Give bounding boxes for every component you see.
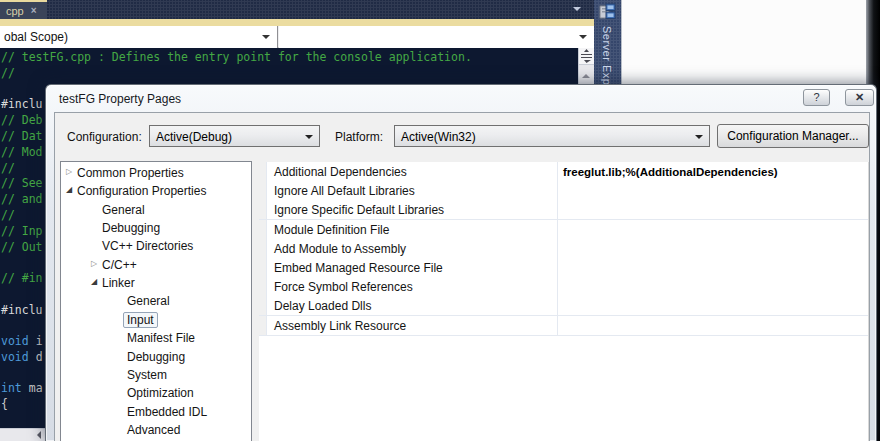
platform-dropdown-value: Active(Win32) <box>401 130 476 144</box>
property-row-additional-dependencies[interactable]: Additional Dependenciesfreeglut.lib;%(Ad… <box>259 162 868 182</box>
tree-item-label[interactable]: General <box>127 294 170 308</box>
tree-item-linker[interactable]: ◢Linker <box>61 274 251 292</box>
tree-item-label[interactable]: Common Properties <box>77 166 184 180</box>
tree-item-advanced[interactable]: Advanced <box>61 421 251 439</box>
collapse-arrow-icon[interactable]: ◢ <box>91 278 97 286</box>
tree-item-common-properties[interactable]: ▷Common Properties <box>61 164 251 182</box>
tree-item-vc-directories[interactable]: VC++ Directories <box>61 237 251 255</box>
property-row-ignore-specific-default-libraries[interactable]: Ignore Specific Default Libraries <box>259 200 868 220</box>
property-row-force-symbol-references[interactable]: Force Symbol References <box>259 277 868 297</box>
property-grid[interactable]: Additional Dependenciesfreeglut.lib;%(Ad… <box>259 162 869 441</box>
expand-arrow-icon[interactable]: ▷ <box>66 168 72 176</box>
code-token: #inclu <box>1 303 43 317</box>
configuration-dropdown-value: Active(Debug) <box>156 130 232 144</box>
property-row-add-module-to-assembly[interactable]: Add Module to Assembly <box>259 239 868 259</box>
row-margin-strip <box>259 200 267 219</box>
property-row-embed-managed-resource-file[interactable]: Embed Managed Resource File <box>259 258 868 278</box>
tree-item-label[interactable]: System <box>127 368 167 382</box>
tree-item-label[interactable]: Configuration Properties <box>77 184 206 198</box>
tree-item-c-c[interactable]: ▷C/C++ <box>61 256 251 274</box>
row-margin-strip <box>259 277 267 296</box>
tree-item-label[interactable]: Manifest File <box>127 331 195 345</box>
vs-window: cpp × obal Scope) // testFG.cpp : Define… <box>0 0 880 441</box>
tree-item-input[interactable]: Input <box>61 311 251 329</box>
tree-item-optimization[interactable]: Optimization <box>61 384 251 402</box>
property-label: Module Definition File <box>274 223 389 237</box>
close-button[interactable]: ✕ <box>845 89 874 106</box>
tree-item-general[interactable]: General <box>61 292 251 310</box>
property-value[interactable]: freeglut.lib;%(AdditionalDependencies) <box>563 166 778 178</box>
tree-item-debugging[interactable]: Debugging <box>61 348 251 366</box>
property-row-delay-loaded-dlls[interactable]: Delay Loaded Dlls <box>259 296 868 316</box>
code-token: // <box>1 161 15 175</box>
code-token: // testFG.cpp : Defines the entry point … <box>1 50 472 64</box>
property-row-assembly-link-resource[interactable]: Assembly Link Resource <box>259 316 868 336</box>
code-token: // #in <box>1 271 43 285</box>
code-token: d <box>36 350 43 364</box>
document-tab-bar: cpp × <box>0 0 594 19</box>
code-line: // Dat <box>1 129 43 143</box>
code-token: { <box>1 397 8 411</box>
tree-item-debugging[interactable]: Debugging <box>61 219 251 237</box>
editor-navigation-bar: obal Scope) <box>0 26 594 48</box>
tree-item-label[interactable]: Debugging <box>127 350 185 364</box>
chevron-down-icon <box>305 135 313 143</box>
chevron-down-icon <box>695 135 703 143</box>
code-token: ma <box>29 381 43 395</box>
tree-item-general[interactable]: General <box>61 201 251 219</box>
row-margin-strip <box>259 220 267 239</box>
tree-item-label[interactable]: Linker <box>102 276 135 290</box>
tree-item-system[interactable]: System <box>61 366 251 384</box>
collapse-arrow-icon[interactable]: ◢ <box>66 186 72 194</box>
scope-dropdown[interactable]: obal Scope) <box>0 26 278 48</box>
row-margin-strip <box>259 296 267 315</box>
editor-horizontal-scrollbar[interactable] <box>0 428 45 441</box>
splitter-handle-icon[interactable] <box>579 48 594 65</box>
property-row-ignore-all-default-libraries[interactable]: Ignore All Default Libraries <box>259 181 868 201</box>
code-token: // Mod <box>1 145 43 159</box>
code-line: { <box>1 397 8 411</box>
scope-dropdown-value: obal Scope) <box>4 30 68 44</box>
property-tree[interactable]: ▷Common Properties◢Configuration Propert… <box>60 161 252 441</box>
code-token: // Dat <box>1 129 43 143</box>
configuration-dropdown[interactable]: Active(Debug) <box>149 125 320 147</box>
tree-item-manifest-file[interactable]: Manifest File <box>61 329 251 347</box>
tree-item-label[interactable]: Debugging <box>102 221 160 235</box>
tree-item-embedded-idl[interactable]: Embedded IDL <box>61 403 251 421</box>
document-list-chevron-icon[interactable] <box>573 7 581 15</box>
tree-item-label[interactable]: Optimization <box>127 386 194 400</box>
platform-dropdown[interactable]: Active(Win32) <box>394 125 710 147</box>
tab-testfg-cpp[interactable]: cpp × <box>0 0 47 19</box>
property-row-module-definition-file[interactable]: Module Definition File <box>259 220 868 240</box>
tab-close-icon[interactable]: × <box>31 6 37 16</box>
tree-item-label[interactable]: C/C++ <box>102 258 137 272</box>
member-dropdown[interactable] <box>279 26 594 48</box>
help-button[interactable]: ? <box>803 89 830 106</box>
property-label: Embed Managed Resource File <box>274 261 443 275</box>
row-margin-strip <box>259 258 267 277</box>
property-label: Force Symbol References <box>274 280 413 294</box>
property-label: Additional Dependencies <box>274 165 407 179</box>
configuration-label: Configuration: <box>67 130 142 144</box>
tree-item-label[interactable]: Embedded IDL <box>127 405 207 419</box>
tree-item-configuration-properties[interactable]: ◢Configuration Properties <box>61 182 251 200</box>
tree-item-label[interactable]: Advanced <box>127 423 180 437</box>
configuration-manager-button[interactable]: Configuration Manager... <box>717 124 869 148</box>
property-label: Ignore All Default Libraries <box>274 184 415 198</box>
code-token: // <box>1 66 15 80</box>
code-token: // Inp <box>1 224 43 238</box>
expand-arrow-icon[interactable]: ▷ <box>91 260 97 268</box>
tree-item-label[interactable]: General <box>102 203 145 217</box>
code-token: void <box>1 334 36 348</box>
row-margin-strip <box>259 181 267 200</box>
tree-item-label[interactable]: VC++ Directories <box>102 239 193 253</box>
code-line: // and <box>1 192 43 206</box>
platform-label: Platform: <box>335 130 383 144</box>
code-line: // <box>1 161 15 175</box>
code-token: // <box>1 208 15 222</box>
tree-item-label[interactable]: Input <box>123 312 158 328</box>
property-pages-dialog: testFG Property Pages ? ✕ Configuration:… <box>45 84 877 441</box>
scroll-up-arrow-icon[interactable] <box>582 70 590 78</box>
scroll-left-arrow-icon[interactable] <box>33 431 41 439</box>
active-tab-accent-bar <box>0 19 594 26</box>
